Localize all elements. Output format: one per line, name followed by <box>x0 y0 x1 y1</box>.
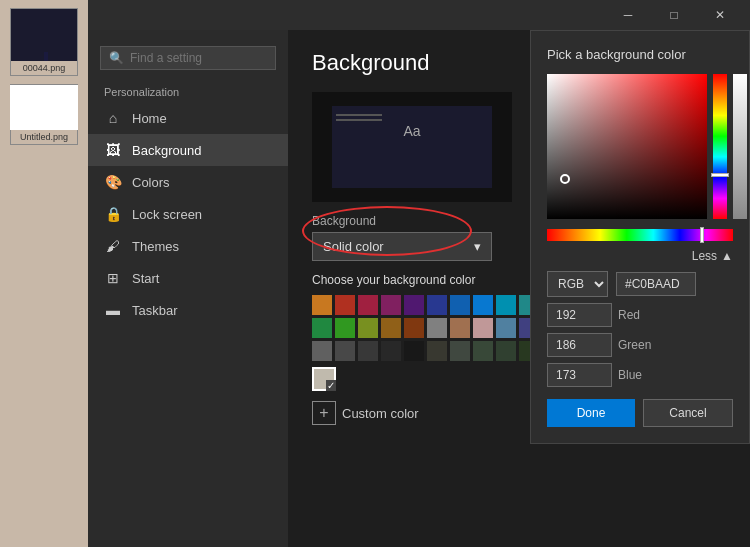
color-swatch[interactable] <box>473 318 493 338</box>
maximize-button[interactable]: □ <box>652 2 696 28</box>
sidebar-item-themes-label: Themes <box>132 239 179 254</box>
sidebar-item-start-label: Start <box>132 271 159 286</box>
picker-controls: RGB HSV HSL Red Green <box>547 271 733 387</box>
sidebar-item-home[interactable]: ⌂ Home <box>88 102 288 134</box>
color-swatch[interactable] <box>358 341 378 361</box>
main-content: Background Aa Background Solid color <box>288 30 750 547</box>
color-swatch[interactable] <box>496 295 516 315</box>
red-label: Red <box>618 308 648 322</box>
background-dropdown[interactable]: Solid color ▾ <box>312 232 492 261</box>
background-preview: Aa <box>312 92 512 202</box>
preview-line-1 <box>336 114 382 116</box>
color-swatch[interactable] <box>473 341 493 361</box>
home-icon: ⌂ <box>104 110 122 126</box>
picker-footer: Done Cancel <box>547 399 733 427</box>
sidebar-item-taskbar[interactable]: ▬ Taskbar <box>88 294 288 326</box>
alpha-bar[interactable] <box>733 74 747 219</box>
color-swatch[interactable] <box>381 341 401 361</box>
color-swatch[interactable] <box>312 318 332 338</box>
cancel-button[interactable]: Cancel <box>643 399 733 427</box>
color-swatch[interactable] <box>404 295 424 315</box>
color-swatch[interactable] <box>450 341 470 361</box>
color-swatch[interactable] <box>312 341 332 361</box>
color-swatch[interactable] <box>427 318 447 338</box>
color-gradient[interactable] <box>547 74 707 219</box>
color-swatch[interactable] <box>335 295 355 315</box>
search-container[interactable]: 🔍 <box>100 46 276 70</box>
green-row: Green <box>547 333 733 357</box>
sidebar-item-themes[interactable]: 🖌 Themes <box>88 230 288 262</box>
red-row: Red <box>547 303 733 327</box>
thumbnail-white[interactable]: Untitled.png <box>10 84 78 145</box>
minimize-button[interactable]: ─ <box>606 2 650 28</box>
color-swatch[interactable] <box>381 318 401 338</box>
green-input[interactable] <box>547 333 612 357</box>
thumbnail-win10[interactable]: 00044.png <box>10 8 78 76</box>
color-swatch[interactable] <box>358 295 378 315</box>
blue-label: Blue <box>618 368 648 382</box>
color-swatch[interactable] <box>404 318 424 338</box>
sidebar-item-home-label: Home <box>132 111 167 126</box>
background-dropdown-value: Solid color <box>323 239 384 254</box>
thumbnail-win10-label: 00044.png <box>11 61 77 75</box>
blue-input[interactable] <box>547 363 612 387</box>
color-swatch[interactable] <box>335 341 355 361</box>
search-icon: 🔍 <box>109 51 124 65</box>
gradient-area <box>547 74 733 219</box>
background-icon: 🖼 <box>104 142 122 158</box>
color-swatch[interactable] <box>450 318 470 338</box>
picker-circle <box>560 174 570 184</box>
gradient-spectrum <box>547 74 707 219</box>
settings-content: 🔍 Personalization ⌂ Home 🖼 Background 🎨 … <box>88 30 750 547</box>
thumbnail-white-label: Untitled.png <box>11 130 77 144</box>
title-bar: ─ □ ✕ <box>88 0 750 30</box>
color-swatch[interactable] <box>450 295 470 315</box>
taskbar-icon: ▬ <box>104 302 122 318</box>
desktop-panel: 00044.png Untitled.png <box>0 0 88 547</box>
colors-icon: 🎨 <box>104 174 122 190</box>
color-swatch[interactable] <box>312 295 332 315</box>
gradient-dark-overlay <box>547 74 707 219</box>
sidebar-item-colors[interactable]: 🎨 Colors <box>88 166 288 198</box>
color-swatch[interactable] <box>404 341 424 361</box>
preview-inner: Aa <box>332 106 492 189</box>
color-swatch[interactable] <box>358 318 378 338</box>
color-swatch[interactable] <box>335 318 355 338</box>
chevron-up-icon: ▲ <box>721 249 733 263</box>
less-toggle[interactable]: Less ▲ <box>547 249 733 263</box>
preview-line-2 <box>336 119 382 121</box>
color-swatch[interactable] <box>496 341 516 361</box>
preview-aa: Aa <box>336 123 488 139</box>
green-label: Green <box>618 338 648 352</box>
sidebar-item-taskbar-label: Taskbar <box>132 303 178 318</box>
start-icon: ⊞ <box>104 270 122 286</box>
hue-bar[interactable] <box>713 74 727 219</box>
close-button[interactable]: ✕ <box>698 2 742 28</box>
sidebar-item-lock-screen[interactable]: 🔒 Lock screen <box>88 198 288 230</box>
preview-lines <box>336 114 488 121</box>
color-swatch[interactable] <box>427 341 447 361</box>
color-swatch[interactable] <box>496 318 516 338</box>
color-picker-panel: Pick a background color <box>530 30 750 444</box>
sidebar-item-colors-label: Colors <box>132 175 170 190</box>
custom-color-label: Custom color <box>342 406 419 421</box>
color-swatch[interactable] <box>473 295 493 315</box>
sidebar-section-title: Personalization <box>88 78 288 102</box>
color-swatch[interactable] <box>427 295 447 315</box>
selected-swatch[interactable]: ✓ <box>312 367 336 391</box>
sidebar: 🔍 Personalization ⌂ Home 🖼 Background 🎨 … <box>88 30 288 547</box>
color-swatch[interactable] <box>381 295 401 315</box>
red-input[interactable] <box>547 303 612 327</box>
hex-input[interactable] <box>616 272 696 296</box>
color-mode-select[interactable]: RGB HSV HSL <box>547 271 608 297</box>
search-input[interactable] <box>130 51 267 65</box>
less-label: Less <box>692 249 717 263</box>
sidebar-item-start[interactable]: ⊞ Start <box>88 262 288 294</box>
hue-slider-horizontal[interactable] <box>547 229 733 241</box>
picker-title: Pick a background color <box>547 47 733 62</box>
sidebar-item-background-label: Background <box>132 143 201 158</box>
done-button[interactable]: Done <box>547 399 635 427</box>
mode-hex-row: RGB HSV HSL <box>547 271 733 297</box>
sidebar-item-background[interactable]: 🖼 Background <box>88 134 288 166</box>
themes-icon: 🖌 <box>104 238 122 254</box>
